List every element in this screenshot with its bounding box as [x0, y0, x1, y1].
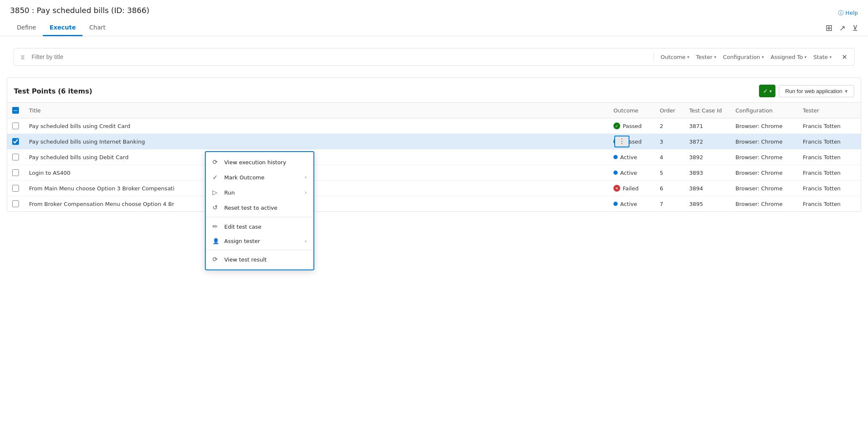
- header-actions: ✓ ▾ Run for web application ▾: [759, 85, 854, 97]
- row-3-testcaseid: 3892: [684, 149, 730, 165]
- row-4-checkbox-cell: [7, 165, 24, 181]
- row-6-tester: Francis Totten: [798, 196, 861, 212]
- row-1-checkbox[interactable]: [12, 123, 19, 129]
- state-dropdown[interactable]: State ▾: [813, 54, 831, 60]
- tab-chart[interactable]: Chart: [82, 20, 112, 36]
- table-row: Pay scheduled bills using Internet Banki…: [7, 134, 861, 149]
- view-result-icon: ⟳: [212, 256, 220, 263]
- failed-icon: [613, 185, 620, 192]
- row-6-checkbox-cell: [7, 196, 24, 212]
- page: 3850 : Pay scheduled bills (ID: 3866) ⓘ …: [0, 0, 868, 435]
- content-area: Test Points (6 items) ✓ ▾ Run for web ap…: [0, 77, 868, 219]
- assign-tester-icon: 👤: [212, 238, 220, 244]
- row-5-outcome: Failed: [608, 181, 655, 196]
- nav-tabs: Define Execute Chart: [10, 20, 112, 36]
- th-outcome: Outcome: [608, 103, 655, 118]
- row-5-title: From Main Menu choose Option 3 Broker Co…: [24, 181, 608, 196]
- row-4-title: Login to AS400: [24, 165, 608, 181]
- configuration-chevron: ▾: [762, 55, 764, 59]
- row-context-menu-button[interactable]: ⋮: [614, 136, 629, 147]
- mark-outcome-arrow: ›: [305, 174, 307, 180]
- row-1-order: 2: [655, 118, 684, 134]
- filter-clear-button[interactable]: ✕: [842, 53, 847, 61]
- row-2-checkbox[interactable]: [12, 138, 19, 145]
- tester-dropdown[interactable]: Tester ▾: [696, 54, 716, 60]
- row-3-checkbox[interactable]: [12, 154, 19, 160]
- th-tester: Tester: [798, 103, 861, 118]
- assign-tester-arrow: ›: [305, 238, 307, 244]
- test-points-title: Test Points (6 items): [14, 87, 92, 95]
- run-for-web-button[interactable]: Run for web application ▾: [779, 85, 854, 97]
- context-menu: ⟳ View execution history ✓ Mark Outcome …: [205, 151, 314, 270]
- filter-icon[interactable]: ⊻: [852, 24, 858, 32]
- menu-item-edit-test-case[interactable]: ✏ Edit test case: [206, 219, 313, 234]
- row-4-testcaseid: 3893: [684, 165, 730, 181]
- select-all-checkbox[interactable]: [12, 107, 19, 114]
- help-icon: ⓘ: [838, 9, 844, 17]
- row-2-config: Browser: Chrome: [730, 134, 798, 149]
- expand-icon[interactable]: ↗: [839, 24, 846, 32]
- green-check-chevron: ▾: [770, 89, 772, 93]
- menu-item-view-execution-history[interactable]: ⟳ View execution history: [206, 155, 313, 170]
- row-5-checkbox-cell: [7, 181, 24, 196]
- menu-item-reset-test[interactable]: ↺ Reset test to active: [206, 200, 313, 215]
- tab-define[interactable]: Define: [10, 20, 43, 36]
- menu-item-mark-outcome[interactable]: ✓ Mark Outcome ›: [206, 170, 313, 185]
- row-2-checkbox-cell: [7, 134, 24, 149]
- green-check-button[interactable]: ✓ ▾: [759, 85, 775, 97]
- menu-divider-1: [206, 217, 313, 217]
- check-icon: ✓: [212, 173, 220, 181]
- th-configuration: Configuration: [730, 103, 798, 118]
- row-1-title: Pay scheduled bills using Credit Card: [24, 118, 608, 134]
- row-5-checkbox[interactable]: [12, 185, 19, 192]
- table-header-row: Title Outcome Order Test Case Id Configu: [7, 103, 861, 118]
- history-icon: ⟳: [212, 158, 220, 166]
- row-2-tester: Francis Totten: [798, 134, 861, 149]
- edit-icon: ✏: [212, 223, 220, 230]
- active-icon: [613, 171, 618, 175]
- help-link[interactable]: ⓘ Help: [838, 9, 858, 17]
- menu-item-view-test-result[interactable]: ⟳ View test result: [206, 252, 313, 267]
- row-6-outcome: Active: [608, 196, 655, 212]
- table-row: Login to AS400 Active 5 3893 Browser: Ch…: [7, 165, 861, 181]
- filter-bar-wrapper: ⧖ Outcome ▾ Tester ▾ Configuration ▾ Ass…: [0, 36, 868, 77]
- menu-item-assign-tester[interactable]: 👤 Assign tester ›: [206, 234, 313, 248]
- menu-item-run[interactable]: ▷ Run ›: [206, 185, 313, 200]
- row-6-title: From Broker Compensation Menu choose Opt…: [24, 196, 608, 212]
- outcome-dropdown[interactable]: Outcome ▾: [661, 54, 689, 60]
- test-points-table: Title Outcome Order Test Case Id Configu: [7, 103, 861, 211]
- row-1-tester: Francis Totten: [798, 118, 861, 134]
- row-2-testcaseid: 3872: [684, 134, 730, 149]
- app-title-bar: 3850 : Pay scheduled bills (ID: 3866) ⓘ …: [0, 0, 868, 20]
- row-3-checkbox-cell: [7, 149, 24, 165]
- row-4-config: Browser: Chrome: [730, 165, 798, 181]
- state-chevron: ▾: [830, 55, 832, 59]
- row-4-checkbox[interactable]: [12, 169, 19, 176]
- row-1-checkbox-cell: [7, 118, 24, 134]
- active-icon: [613, 202, 618, 206]
- th-checkbox: [7, 103, 24, 118]
- filter-input[interactable]: [32, 53, 647, 60]
- table-row: From Broker Compensation Menu choose Opt…: [7, 196, 861, 212]
- configuration-dropdown[interactable]: Configuration ▾: [723, 54, 764, 60]
- reset-icon: ↺: [212, 204, 220, 211]
- row-6-config: Browser: Chrome: [730, 196, 798, 212]
- checkmark-icon: ✓: [763, 88, 768, 94]
- table-row: Pay scheduled bills using Credit Card Pa…: [7, 118, 861, 134]
- row-6-order: 7: [655, 196, 684, 212]
- columns-icon[interactable]: ⊞: [826, 23, 833, 33]
- row-3-order: 4: [655, 149, 684, 165]
- assigned-to-dropdown[interactable]: Assigned To ▾: [770, 54, 807, 60]
- active-icon: [613, 155, 618, 159]
- row-5-order: 6: [655, 181, 684, 196]
- filter-search-icon: ⧖: [21, 53, 25, 61]
- row-2-order: 3: [655, 134, 684, 149]
- th-testcaseid: Test Case Id: [684, 103, 730, 118]
- tab-execute[interactable]: Execute: [43, 20, 83, 36]
- tester-chevron: ▾: [714, 55, 716, 59]
- run-icon: ▷: [212, 189, 220, 196]
- row-6-checkbox[interactable]: [12, 200, 19, 207]
- row-4-outcome: Active: [608, 165, 655, 181]
- row-5-testcaseid: 3894: [684, 181, 730, 196]
- menu-divider-2: [206, 250, 313, 250]
